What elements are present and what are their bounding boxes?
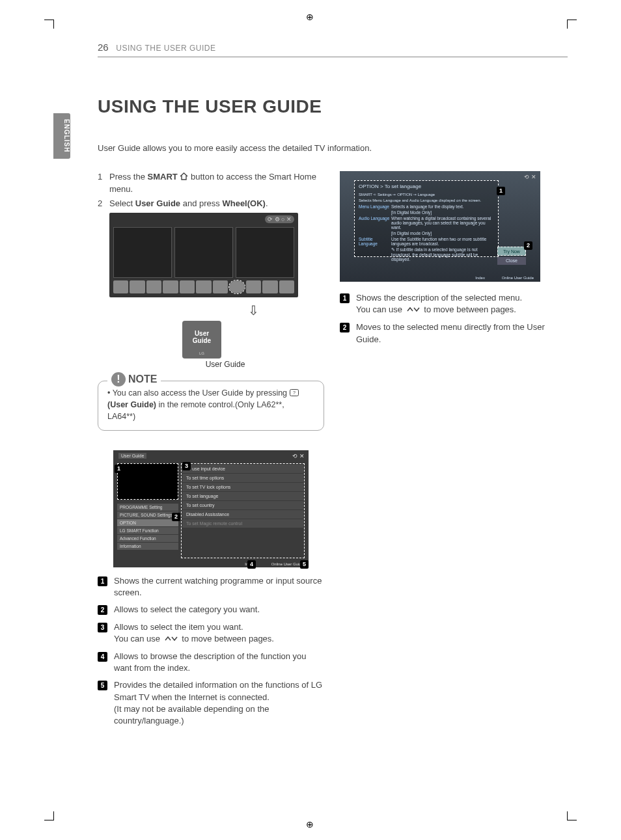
callout-2: 2 xyxy=(524,241,532,250)
step2-wheel: Wheel(OK) xyxy=(222,198,265,208)
callout-4: 4 xyxy=(247,560,256,569)
svg-text:?: ? xyxy=(293,390,296,395)
s3-row-val: Selects a language for the display text. xyxy=(391,204,494,209)
s3-row-val: When watching a digital broadcast contai… xyxy=(391,216,494,230)
legendB-1a: Shows the description of the selected me… xyxy=(356,293,522,303)
remote-button-icon: ? xyxy=(290,388,299,400)
page-number: 26 xyxy=(98,42,109,53)
s3-footer-online: Online User Guide xyxy=(502,276,534,280)
s2-footer-online: Online User Guide xyxy=(271,562,303,566)
legendB-2: Moves to the selected menu directly from… xyxy=(356,321,566,345)
s3-row-val: Use the Subtitle function when two or mo… xyxy=(391,237,494,246)
s2-cat: LG SMART Function xyxy=(117,527,178,534)
s3-row-lbl xyxy=(359,231,391,236)
s3-row-val: ✎ If subtitle data in a selected languag… xyxy=(391,247,494,262)
close-button: Close xyxy=(497,257,526,265)
crop-mark xyxy=(567,20,568,29)
steps-list: Press the SMART button to access the Sma… xyxy=(98,171,324,210)
s3-row-lbl xyxy=(359,210,391,215)
crop-mark xyxy=(568,820,577,820)
legend-b: 1 Shows the description of the selected … xyxy=(340,292,566,345)
callout-1: 1 xyxy=(115,465,123,473)
s3-window-controls-icon: ⟲ ✕ xyxy=(524,174,536,180)
s3-crumb1: SMART ➾ Settings ➙ OPTION ➙ Language xyxy=(359,192,494,196)
legendA-1: Shows the current watching programme or … xyxy=(114,575,324,599)
detail-screenshot: ⟲ ✕ OPTION > To set language SMART ➾ Set… xyxy=(340,171,540,282)
callout-3: 3 xyxy=(182,462,191,470)
s2-item: To set language xyxy=(182,492,303,500)
legendA-5: Provides the detailed information on the… xyxy=(114,679,324,727)
registration-mark-icon: ⊕ xyxy=(306,819,315,828)
s2-item: To set Magic remote control xyxy=(182,519,303,528)
s2-cat: OPTION xyxy=(117,519,178,526)
s2-window-controls-icon: ⟲ ✕ xyxy=(292,453,305,459)
callout-5: 5 xyxy=(300,560,309,569)
s3-row-val: [In Digital mode Only] xyxy=(391,231,494,236)
s3-row-lbl: Menu Language xyxy=(359,204,391,209)
ug-card-line1: User xyxy=(182,330,221,337)
step1-smart: SMART xyxy=(148,172,178,182)
crop-mark xyxy=(44,20,53,20)
page-header: 26 USING THE USER GUIDE xyxy=(98,42,568,57)
s2-item: To set TV lock options xyxy=(182,483,303,491)
crop-mark xyxy=(567,811,568,820)
crop-mark xyxy=(53,811,54,820)
s2-item: To set time options xyxy=(182,474,303,482)
note-a: You can also access the User Guide by pr… xyxy=(113,388,290,398)
step2-ug: User Guide xyxy=(135,198,180,208)
note-box: ! NOTE You can also access the User Guid… xyxy=(98,381,324,431)
note-icon: ! xyxy=(111,372,126,386)
s2-cat: PROGRAMME Setting xyxy=(117,504,178,511)
s2-item: To set country xyxy=(182,501,303,509)
step2-a: Select xyxy=(109,198,135,208)
language-tab: ENGLISH xyxy=(53,113,70,159)
try-now-button: Try Now xyxy=(497,247,526,256)
s3-row-val: [In Digital Mode Only] xyxy=(391,210,494,215)
callout-2: 2 xyxy=(172,513,180,521)
window-controls-icon: ⟳ ⚙ ○ ✕ xyxy=(265,215,294,223)
s3-row-lbl: Subtitle Language xyxy=(359,237,391,246)
s3-row-lbl xyxy=(359,247,391,262)
up-down-icon xyxy=(405,305,422,316)
legendA-3c: to move between pages. xyxy=(180,634,274,644)
crop-mark xyxy=(53,20,54,29)
s2-item: To use input device xyxy=(182,465,303,473)
s2-item: Disabled Assisstance xyxy=(182,510,303,519)
smart-home-screenshot: ⟳ ⚙ ○ ✕ xyxy=(109,213,298,297)
step1-a: Press the xyxy=(109,172,148,182)
down-arrow-icon: ⇩ xyxy=(182,303,324,318)
crop-mark xyxy=(44,820,53,820)
note-label: NOTE xyxy=(128,372,157,386)
s2-cat: PICTURE, SOUND Settings xyxy=(117,511,178,519)
ug-card-line2: Guide xyxy=(182,337,221,344)
ug-card-brand: LG xyxy=(182,351,221,356)
note-b: (User Guide) xyxy=(107,400,156,409)
home-icon xyxy=(180,172,188,183)
s2-window-title: User Guide xyxy=(118,453,146,459)
step2-c: and press xyxy=(180,198,222,208)
user-guide-screenshot: User Guide ⟲ ✕ PROGRAMME Setting PICTURE… xyxy=(113,450,309,567)
page-title: USING THE USER GUIDE xyxy=(98,96,568,117)
s3-crumb2: Selects Menu Language and Audio Language… xyxy=(359,198,494,202)
legendB-1c: to move between pages. xyxy=(422,305,516,314)
registration-mark-icon: ⊕ xyxy=(306,12,315,21)
legendB-1b: You can use xyxy=(356,305,405,314)
s3-title: OPTION > To set language xyxy=(359,183,494,189)
s3-footer-index: Index xyxy=(475,276,485,280)
s3-row-lbl: Audio Language xyxy=(359,216,391,230)
intro-text: User Guide allows you to more easily acc… xyxy=(98,143,568,153)
header-section: USING THE USER GUIDE xyxy=(116,44,215,53)
legendA-3b: You can use xyxy=(114,634,163,644)
legend-a: 1Shows the current watching programme or… xyxy=(98,575,324,727)
legendA-3a: Allows to select the item you want. xyxy=(114,622,243,632)
legendA-4: Allows to browse the description of the … xyxy=(114,651,324,674)
s2-cat: Information xyxy=(117,543,178,550)
user-guide-card: User Guide LG xyxy=(182,321,221,359)
s2-cat: Advanced Function xyxy=(117,535,178,542)
legendA-2: Allows to select the category you want. xyxy=(114,604,260,616)
callout-1: 1 xyxy=(497,187,505,195)
crop-mark xyxy=(568,20,577,20)
ug-caption: User Guide xyxy=(126,360,324,369)
up-down-icon xyxy=(163,634,180,645)
step2-e: . xyxy=(266,198,268,208)
